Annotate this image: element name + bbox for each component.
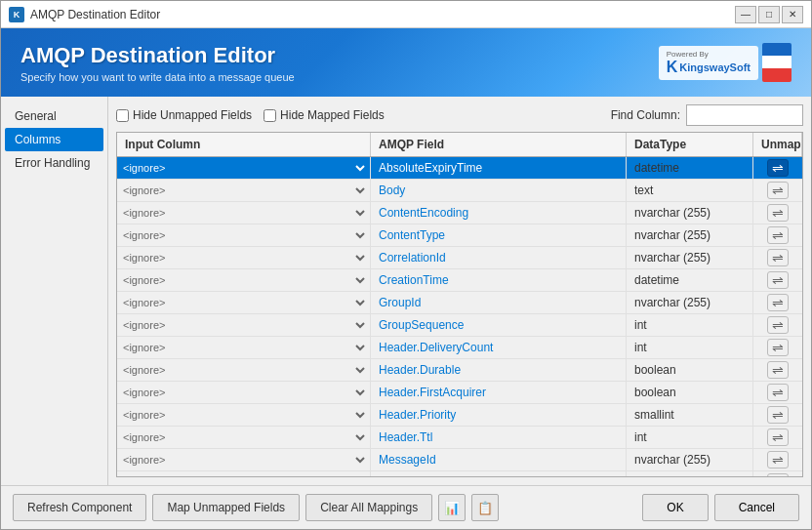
hide-mapped-checkbox[interactable] <box>264 109 276 122</box>
unmap-button[interactable]: ⇌ <box>767 204 789 222</box>
table-row[interactable]: <ignore>Header.Ttlint⇌ <box>117 427 802 449</box>
amqp-field-cell: ContentEncoding <box>371 202 627 224</box>
unmap-button[interactable]: ⇌ <box>767 451 789 469</box>
unmap-button[interactable]: ⇌ <box>767 226 789 244</box>
input-column-select[interactable]: <ignore> <box>119 338 368 357</box>
amqp-field-cell: CorrelationId <box>371 247 627 268</box>
find-column-input[interactable] <box>686 104 803 126</box>
app-icon: K <box>9 7 24 22</box>
unmap-cell: ⇌ <box>753 247 802 268</box>
table-row[interactable]: <ignore>Header.FirstAcquirerboolean⇌ <box>117 382 802 404</box>
unmap-cell: ⇌ <box>753 449 802 470</box>
header-text: AMQP Destination Editor Specify how you … <box>20 43 295 83</box>
title-bar: K AMQP Destination Editor — □ ✕ <box>1 1 811 28</box>
datatype-cell: boolean <box>627 382 753 403</box>
unmap-cell: ⇌ <box>753 224 802 246</box>
sidebar-item-error-handling[interactable]: Error Handling <box>5 151 103 175</box>
hide-mapped-label: Hide Mapped Fields <box>280 108 385 122</box>
unmap-button[interactable]: ⇌ <box>767 316 789 334</box>
unmap-button[interactable]: ⇌ <box>767 271 789 289</box>
hide-unmapped-checkbox[interactable] <box>116 109 129 122</box>
table-row[interactable]: <ignore>Header.DeliveryCountint⇌ <box>117 337 802 359</box>
cancel-button[interactable]: Cancel <box>714 494 799 521</box>
table-row[interactable]: <ignore>Header.Durableboolean⇌ <box>117 359 802 382</box>
datatype-cell: datetime <box>627 157 753 179</box>
input-column-select[interactable]: <ignore> <box>119 472 368 476</box>
input-column-select[interactable]: <ignore> <box>119 360 368 380</box>
table-row[interactable]: <ignore>Header.Prioritysmallint⇌ <box>117 404 802 427</box>
amqp-field-cell: CreationTime <box>371 269 627 291</box>
datatype-cell: nvarchar (255) <box>627 202 753 224</box>
unmap-button[interactable]: ⇌ <box>767 339 789 356</box>
datatype-cell: int <box>627 337 753 358</box>
table-row[interactable]: <ignore>GroupIdnvarchar (255)⇌ <box>117 292 802 314</box>
input-column-select[interactable]: <ignore> <box>119 428 368 447</box>
footer: Refresh Component Map Unmapped Fields Cl… <box>1 485 811 529</box>
unmap-cell: ⇌ <box>753 202 802 224</box>
icon-button-1[interactable]: 📊 <box>438 494 466 521</box>
unmap-button[interactable]: ⇌ <box>767 159 789 177</box>
unmap-cell: ⇌ <box>753 157 802 179</box>
unmap-button[interactable]: ⇌ <box>767 384 789 401</box>
input-column-select[interactable]: <ignore> <box>119 181 368 200</box>
input-column-select[interactable]: <ignore> <box>119 270 368 290</box>
input-column-select[interactable]: <ignore> <box>119 293 368 312</box>
table-row[interactable]: <ignore>GroupSequenceint⇌ <box>117 314 802 337</box>
input-column-select[interactable]: <ignore> <box>119 225 368 245</box>
icon-button-2[interactable]: 📋 <box>471 494 499 521</box>
amqp-field-cell: ReplyTo <box>371 471 627 476</box>
ok-button[interactable]: OK <box>642 494 708 521</box>
table-header: Input Column AMQP Field DataType Unmap <box>117 133 802 157</box>
maximize-button[interactable]: □ <box>758 6 780 23</box>
hide-unmapped-checkbox-label[interactable]: Hide Unmapped Fields <box>116 108 252 122</box>
input-column-select[interactable]: <ignore> <box>119 383 368 402</box>
amqp-field-cell: Body <box>371 180 627 201</box>
input-column-cell: <ignore> <box>117 471 371 476</box>
unmap-button[interactable]: ⇌ <box>767 473 789 476</box>
sidebar-item-general[interactable]: General <box>5 104 103 128</box>
input-column-select[interactable]: <ignore> <box>119 405 368 425</box>
input-column-select[interactable]: <ignore> <box>119 450 368 469</box>
unmap-button[interactable]: ⇌ <box>767 249 789 266</box>
table-row[interactable]: <ignore>CorrelationIdnvarchar (255)⇌ <box>117 247 802 269</box>
toolbar-left: Hide Unmapped Fields Hide Mapped Fields <box>116 108 385 122</box>
amqp-field-cell: Header.DeliveryCount <box>371 337 627 358</box>
input-column-select[interactable]: <ignore> <box>119 203 368 223</box>
map-unmapped-button[interactable]: Map Unmapped Fields <box>152 494 300 521</box>
close-button[interactable]: ✕ <box>782 6 803 23</box>
unmap-cell: ⇌ <box>753 471 802 476</box>
header-datatype: DataType <box>627 133 753 156</box>
logo-box: Powered By K KingswaySoft <box>659 46 758 80</box>
unmap-button[interactable]: ⇌ <box>767 294 789 311</box>
input-column-select[interactable]: <ignore> <box>119 248 368 267</box>
hide-mapped-checkbox-label[interactable]: Hide Mapped Fields <box>264 108 385 122</box>
input-column-select[interactable]: <ignore> <box>119 315 368 335</box>
table-row[interactable]: <ignore>AbsoluteExpiryTimedatetime⇌ <box>117 157 802 180</box>
unmap-cell: ⇌ <box>753 314 802 336</box>
input-column-select[interactable]: <ignore> <box>119 158 368 178</box>
input-column-cell: <ignore> <box>117 359 371 381</box>
table-row[interactable]: <ignore>MessageIdnvarchar (255)⇌ <box>117 449 802 471</box>
amqp-field-cell: Header.Durable <box>371 359 627 381</box>
unmap-button[interactable]: ⇌ <box>767 406 789 424</box>
amqp-field-cell: GroupId <box>371 292 627 313</box>
table-body: <ignore>AbsoluteExpiryTimedatetime⇌<igno… <box>117 157 802 476</box>
input-column-cell: <ignore> <box>117 427 371 448</box>
header-logo: Powered By K KingswaySoft <box>659 43 792 82</box>
table-row[interactable]: <ignore>ReplyTonvarchar (255)⇌ <box>117 471 802 476</box>
unmap-button[interactable]: ⇌ <box>767 361 789 379</box>
table-row[interactable]: <ignore>CreationTimedatetime⇌ <box>117 269 802 292</box>
table-row[interactable]: <ignore>ContentEncodingnvarchar (255)⇌ <box>117 202 802 224</box>
unmap-button[interactable]: ⇌ <box>767 428 789 446</box>
sidebar-item-columns[interactable]: Columns <box>5 128 103 151</box>
table-row[interactable]: <ignore>ContentTypenvarchar (255)⇌ <box>117 224 802 247</box>
toolbar-row: Hide Unmapped Fields Hide Mapped Fields … <box>116 104 803 126</box>
refresh-component-button[interactable]: Refresh Component <box>13 494 146 521</box>
table-row[interactable]: <ignore>Bodytext⇌ <box>117 180 802 202</box>
clear-mappings-button[interactable]: Clear All Mappings <box>305 494 432 521</box>
minimize-button[interactable]: — <box>735 6 756 23</box>
input-column-cell: <ignore> <box>117 382 371 403</box>
window-title: AMQP Destination Editor <box>30 8 160 21</box>
unmap-button[interactable]: ⇌ <box>767 182 789 199</box>
input-column-cell: <ignore> <box>117 269 371 291</box>
